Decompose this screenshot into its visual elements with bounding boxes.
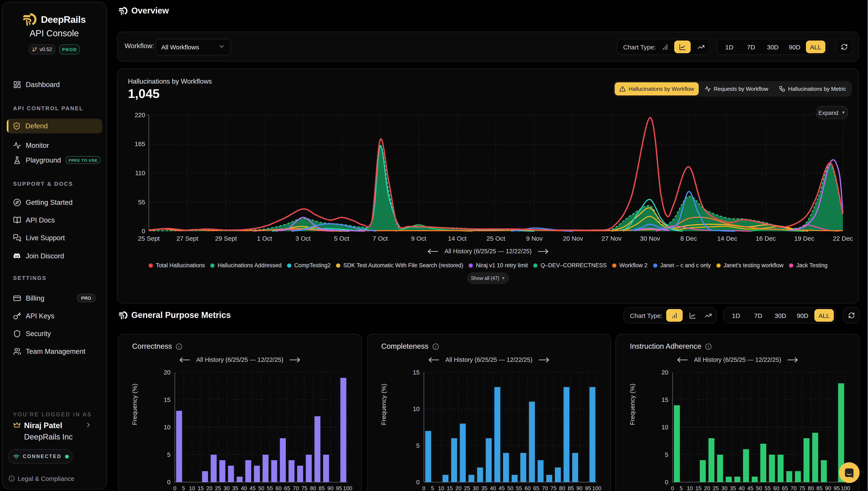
svg-text:95: 95 (336, 485, 342, 491)
svg-text:60: 60 (525, 485, 531, 491)
svg-text:3 Oct: 3 Oct (295, 235, 311, 242)
svg-text:20: 20 (455, 485, 461, 491)
svg-text:29 Sept: 29 Sept (215, 235, 237, 242)
svg-text:35: 35 (730, 485, 736, 491)
svg-text:55: 55 (138, 199, 145, 206)
svg-text:110: 110 (135, 170, 145, 176)
svg-text:25: 25 (215, 485, 221, 491)
svg-text:14 Oct: 14 Oct (448, 235, 467, 242)
svg-text:85: 85 (816, 485, 822, 491)
svg-text:100: 100 (592, 485, 601, 491)
svg-text:50: 50 (756, 485, 762, 491)
svg-text:45: 45 (250, 485, 256, 491)
svg-text:10: 10 (164, 424, 171, 431)
svg-text:0: 0 (167, 479, 171, 486)
svg-text:100: 100 (343, 485, 352, 491)
svg-text:95: 95 (834, 485, 840, 491)
svg-text:60: 60 (276, 485, 282, 491)
svg-text:60: 60 (773, 485, 779, 491)
svg-text:15: 15 (164, 397, 171, 403)
svg-text:50: 50 (507, 485, 513, 491)
svg-text:15: 15 (198, 485, 204, 491)
svg-text:40: 40 (739, 485, 745, 491)
svg-text:90: 90 (327, 485, 334, 491)
svg-text:25: 25 (464, 485, 470, 491)
svg-text:30 Nov: 30 Nov (640, 235, 660, 242)
svg-text:80: 80 (559, 485, 565, 491)
svg-text:0: 0 (416, 479, 419, 486)
svg-text:80: 80 (310, 485, 316, 491)
svg-text:40: 40 (490, 485, 496, 491)
svg-text:50: 50 (258, 485, 264, 491)
svg-text:15: 15 (662, 397, 668, 403)
svg-text:90: 90 (577, 485, 583, 491)
svg-text:15: 15 (413, 369, 419, 376)
svg-text:5 Oct: 5 Oct (334, 235, 349, 242)
svg-text:25 Oct: 25 Oct (487, 235, 505, 242)
svg-text:9 Oct: 9 Oct (411, 235, 426, 242)
svg-text:75: 75 (799, 485, 805, 491)
svg-text:30: 30 (721, 485, 727, 491)
svg-text:16 Dec: 16 Dec (756, 235, 776, 242)
svg-text:15: 15 (447, 485, 453, 491)
svg-text:20: 20 (164, 369, 171, 376)
svg-text:30: 30 (473, 485, 479, 491)
svg-text:0: 0 (142, 228, 145, 234)
svg-text:70: 70 (542, 485, 548, 491)
svg-text:10: 10 (687, 485, 693, 491)
svg-text:70: 70 (293, 485, 299, 491)
svg-text:5: 5 (182, 485, 185, 491)
svg-text:25: 25 (713, 485, 719, 491)
svg-text:20 Nov: 20 Nov (563, 235, 583, 242)
svg-text:30: 30 (224, 485, 230, 491)
svg-text:35: 35 (481, 485, 487, 491)
svg-text:165: 165 (135, 140, 145, 147)
svg-text:35: 35 (232, 485, 238, 491)
svg-text:95: 95 (585, 485, 591, 491)
svg-text:22 Dec: 22 Dec (833, 235, 853, 242)
svg-text:10: 10 (662, 424, 668, 431)
svg-text:19 Dec: 19 Dec (794, 235, 814, 242)
svg-text:220: 220 (135, 112, 145, 118)
svg-text:85: 85 (568, 485, 574, 491)
svg-text:9 Nov: 9 Nov (526, 235, 543, 242)
svg-text:85: 85 (319, 485, 325, 491)
svg-text:5: 5 (416, 442, 419, 449)
svg-text:1 Oct: 1 Oct (257, 235, 272, 242)
svg-text:0: 0 (665, 479, 668, 486)
svg-text:55: 55 (267, 485, 273, 491)
svg-text:65: 65 (782, 485, 788, 491)
svg-text:15: 15 (695, 485, 701, 491)
svg-text:20: 20 (662, 369, 668, 376)
svg-text:65: 65 (533, 485, 539, 491)
svg-text:5: 5 (167, 451, 171, 458)
svg-text:80: 80 (808, 485, 814, 491)
svg-text:10: 10 (189, 485, 195, 491)
svg-text:10: 10 (413, 405, 419, 412)
svg-text:45: 45 (747, 485, 753, 491)
svg-text:5: 5 (665, 451, 668, 458)
svg-text:65: 65 (284, 485, 290, 491)
svg-text:70: 70 (790, 485, 797, 491)
svg-text:75: 75 (301, 485, 308, 491)
svg-text:20: 20 (206, 485, 212, 491)
svg-text:55: 55 (764, 485, 771, 491)
svg-text:25 Sept: 25 Sept (138, 235, 160, 242)
svg-text:5: 5 (431, 485, 434, 491)
svg-text:10: 10 (438, 485, 444, 491)
svg-text:5: 5 (680, 485, 683, 491)
svg-text:20: 20 (704, 485, 710, 491)
svg-text:8 Dec: 8 Dec (681, 235, 697, 242)
svg-text:27 Sept: 27 Sept (176, 235, 198, 242)
svg-text:0: 0 (173, 485, 176, 491)
svg-text:14 Dec: 14 Dec (717, 235, 737, 242)
svg-text:7 Oct: 7 Oct (373, 235, 388, 242)
svg-text:90: 90 (825, 485, 831, 491)
svg-text:55: 55 (516, 485, 522, 491)
svg-text:27 Nov: 27 Nov (601, 235, 621, 242)
svg-text:100: 100 (841, 485, 850, 491)
svg-text:0: 0 (671, 485, 674, 491)
svg-text:40: 40 (241, 485, 247, 491)
svg-text:0: 0 (423, 485, 425, 491)
svg-text:75: 75 (551, 485, 557, 491)
